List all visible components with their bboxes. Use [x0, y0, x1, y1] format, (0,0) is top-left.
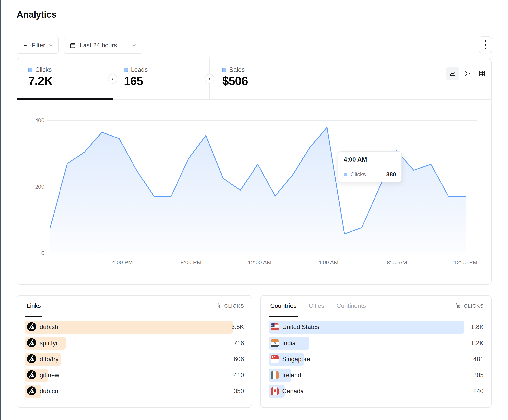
analytics-page: Analytics Filter Last 24 hours	[0, 0, 508, 420]
dub-logo-icon	[27, 370, 36, 380]
row-value: 305	[473, 369, 484, 382]
metric-label: CLICKS	[224, 303, 244, 309]
stat-value: 7.2K	[28, 74, 52, 88]
filter-icon	[22, 42, 28, 49]
svg-text:12:00 PM: 12:00 PM	[454, 259, 478, 266]
tab-countries[interactable]: Countries	[269, 296, 298, 316]
leads-legend-swatch	[124, 68, 128, 72]
next-metric-button[interactable]	[108, 74, 117, 84]
clicks-legend-swatch	[28, 68, 32, 72]
cursor-click-icon	[456, 303, 461, 309]
row-value: 481	[473, 353, 484, 366]
stat-label: Sales	[229, 66, 245, 73]
link-row-git-new[interactable]: git.new410	[25, 369, 244, 382]
country-row-united-states[interactable]: United States1.8K	[269, 320, 484, 334]
row-label: Canada	[282, 388, 304, 395]
grid-icon	[478, 70, 486, 77]
view-toggle-funnel[interactable]	[461, 67, 474, 80]
stat-label: Clicks	[35, 66, 52, 73]
tab-continents[interactable]: Continents	[335, 296, 367, 316]
cursor-click-icon	[216, 303, 222, 309]
tooltip-series: Clicks	[351, 171, 383, 178]
country-row-singapore[interactable]: Singapore481	[269, 353, 484, 366]
row-value: 3.5K	[231, 320, 244, 334]
links-panel-header: Links CLICKS	[17, 296, 252, 316]
svg-text:8:00 PM: 8:00 PM	[181, 259, 201, 266]
countries-list: United States1.8KIndia1.2KSingapore481Ir…	[269, 320, 484, 401]
country-row-canada[interactable]: Canada240	[269, 385, 484, 398]
calendar-icon	[69, 42, 76, 49]
flag-us-icon	[270, 323, 279, 331]
stat-value: 165	[124, 74, 143, 88]
tooltip-value: 380	[386, 171, 396, 178]
row-label: spti.fyi	[40, 340, 57, 347]
row-label: United States	[282, 324, 319, 331]
metric-label: CLICKS	[464, 303, 484, 309]
tab-links[interactable]: Links	[25, 296, 42, 316]
link-row-spti-fyi[interactable]: spti.fyi716	[25, 337, 244, 350]
country-row-india[interactable]: India1.2K	[269, 337, 484, 350]
links-panel: Links CLICKS dub.sh3.5Kspti.fyi716d.to/t…	[17, 295, 252, 408]
row-value: 350	[234, 385, 244, 398]
date-range-label: Last 24 hours	[80, 42, 128, 49]
filter-button[interactable]: Filter	[17, 37, 59, 54]
tab-cities[interactable]: Cities	[307, 296, 326, 316]
next-metric-button[interactable]	[205, 74, 214, 84]
dub-logo-icon	[27, 322, 36, 332]
tab-clicks[interactable]: Clicks 7.2K	[28, 58, 112, 100]
link-row-d-to-try[interactable]: d.to/try606	[25, 353, 244, 366]
page-title: Analytics	[17, 9, 56, 20]
flag-sg-icon	[270, 355, 279, 363]
dub-logo-icon	[27, 338, 36, 348]
link-row-dub-sh[interactable]: dub.sh3.5K	[25, 320, 244, 334]
row-label: Singapore	[282, 356, 310, 363]
chevron-down-icon	[48, 43, 53, 48]
svg-text:8:00 AM: 8:00 AM	[387, 259, 407, 266]
chevron-down-icon	[132, 43, 137, 48]
view-toggle-line-chart[interactable]	[446, 67, 459, 80]
funnel-icon	[463, 70, 471, 77]
tooltip-legend-swatch	[344, 173, 347, 176]
links-list: dub.sh3.5Kspti.fyi716d.to/try606git.new4…	[25, 320, 244, 401]
row-label: Ireland	[282, 372, 301, 379]
kebab-icon	[485, 40, 486, 42]
svg-text:4:00 AM: 4:00 AM	[318, 259, 339, 266]
clicks-chart[interactable]: 02004004:00 PM8:00 PM12:00 AM4:00 AM8:00…	[17, 100, 491, 285]
flag-ca-icon	[270, 387, 279, 395]
chart-crosshair	[327, 118, 328, 253]
date-range-button[interactable]: Last 24 hours	[64, 37, 142, 54]
left-accent-strip	[0, 0, 1, 420]
more-options-button[interactable]	[479, 36, 492, 53]
row-label: India	[282, 340, 296, 347]
countries-metric-selector[interactable]: CLICKS	[456, 296, 484, 316]
view-toggle-grid[interactable]	[475, 67, 488, 80]
stat-value: $506	[222, 74, 248, 88]
row-label: dub.co	[40, 388, 58, 395]
link-row-dub-co[interactable]: dub.co350	[25, 385, 244, 398]
row-value: 410	[234, 369, 244, 382]
row-value: 606	[234, 353, 244, 366]
flag-in-icon	[270, 339, 279, 347]
sales-legend-swatch	[222, 68, 226, 72]
row-label: git.new	[40, 372, 59, 379]
svg-text:12:00 AM: 12:00 AM	[248, 259, 271, 266]
svg-text:200: 200	[35, 184, 45, 190]
dub-logo-icon	[27, 386, 36, 396]
dub-logo-icon	[27, 354, 36, 364]
country-row-ireland[interactable]: Ireland305	[269, 369, 484, 382]
row-value: 716	[234, 337, 244, 350]
tooltip-time: 4:00 AM	[338, 152, 402, 167]
tab-leads[interactable]: Leads 165	[124, 58, 207, 100]
filter-button-label: Filter	[31, 42, 45, 49]
row-value: 1.8K	[471, 320, 484, 334]
row-value: 240	[473, 385, 484, 398]
line-chart-icon	[449, 70, 456, 77]
links-metric-selector[interactable]: CLICKS	[216, 296, 244, 316]
stat-label: Leads	[131, 66, 148, 73]
chart-tooltip: 4:00 AM Clicks 380	[338, 151, 402, 182]
row-value: 1.2K	[471, 337, 484, 350]
svg-text:400: 400	[35, 117, 45, 123]
countries-panel-header: Countries Cities Continents CLICKS	[261, 296, 491, 316]
row-label: d.to/try	[40, 356, 59, 363]
tab-sales[interactable]: Sales $506	[222, 58, 306, 100]
